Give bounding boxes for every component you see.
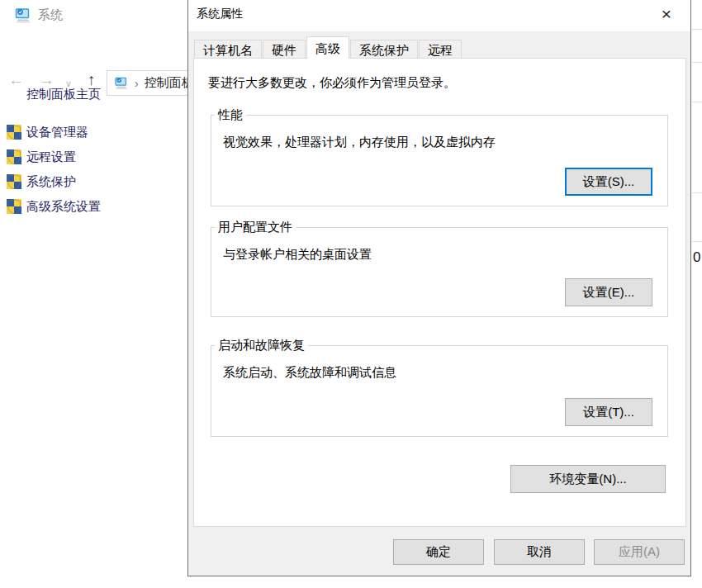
breadcrumb-separator-icon: ›: [135, 77, 139, 90]
user-profiles-description: 与登录帐户相关的桌面设置: [223, 247, 372, 263]
user-profiles-settings-button[interactable]: 设置(E)...: [565, 278, 652, 306]
ok-button[interactable]: 确定: [393, 539, 484, 565]
apply-button: 应用(A): [594, 539, 685, 565]
sidebar-item-label: 远程设置: [26, 149, 76, 165]
close-icon[interactable]: ×: [652, 2, 681, 26]
up-icon[interactable]: ↑: [88, 72, 96, 88]
computer-icon: [113, 75, 130, 92]
dialog-titlebar[interactable]: 系统属性 ×: [188, 0, 690, 31]
performance-settings-button[interactable]: 设置(S)...: [565, 168, 652, 196]
tab-strip: 计算机名 硬件 高级 系统保护 远程: [194, 36, 462, 59]
system-properties-dialog: 系统属性 × 计算机名 硬件 高级 系统保护 远程 要进行大多数更改，你必须作为…: [187, 0, 691, 576]
performance-group-title: 性能: [215, 107, 246, 123]
user-profiles-group-title: 用户配置文件: [215, 220, 296, 235]
address-bar[interactable]: › 控制面板: [107, 70, 197, 96]
tab-remote[interactable]: 远程: [419, 40, 462, 59]
admin-note: 要进行大多数更改，你必须作为管理员登录。: [208, 75, 456, 91]
advanced-tab-page: 要进行大多数更改，你必须作为管理员登录。 性能 视觉效果，处理器计划，内存使用，…: [193, 58, 686, 527]
uac-shield-icon: [7, 125, 21, 140]
startup-recovery-settings-button[interactable]: 设置(T)...: [565, 398, 652, 426]
tab-system-protection[interactable]: 系统保护: [350, 40, 418, 59]
sidebar-item-label: 设备管理器: [26, 125, 88, 140]
uac-shield-icon: [7, 174, 21, 189]
system-window-icon: [13, 6, 33, 26]
back-icon[interactable]: ←: [8, 72, 24, 88]
performance-group: 性能 视觉效果，处理器计划，内存使用，以及虚拟内存 设置(S)...: [211, 107, 668, 206]
sidebar-item-advanced-system-settings[interactable]: 高级系统设置: [7, 198, 180, 215]
sidebar-item-device-manager[interactable]: 设备管理器: [7, 124, 180, 140]
user-profiles-group: 用户配置文件 与登录帐户相关的桌面设置 设置(E)...: [211, 220, 668, 317]
tab-advanced[interactable]: 高级: [306, 36, 349, 59]
forward-icon[interactable]: →: [39, 72, 55, 88]
startup-recovery-group: 启动和故障恢复 系统启动、系统故障和调试信息 设置(T)...: [211, 338, 668, 437]
cancel-button[interactable]: 取消: [494, 539, 585, 565]
sidebar-item-remote-settings[interactable]: 远程设置: [7, 149, 180, 165]
environment-variables-button[interactable]: 环境变量(N)...: [510, 465, 666, 493]
clipped-background-text: 0: [693, 249, 700, 266]
tab-computer-name[interactable]: 计算机名: [194, 40, 262, 59]
startup-recovery-description: 系统启动、系统故障和调试信息: [223, 365, 396, 381]
sidebar-item-label: 高级系统设置: [26, 199, 101, 215]
performance-description: 视觉效果，处理器计划，内存使用，以及虚拟内存: [223, 135, 496, 150]
background-window-title: 系统: [38, 7, 63, 23]
dialog-title: 系统属性: [197, 7, 243, 21]
sidebar-item-control-panel-home[interactable]: 控制面板主页: [26, 87, 101, 102]
background-content-edge: 0: [692, 0, 702, 588]
sidebar-item-system-protection[interactable]: 系统保护: [7, 173, 180, 190]
tab-hardware[interactable]: 硬件: [263, 40, 306, 59]
startup-recovery-group-title: 启动和故障恢复: [215, 338, 308, 353]
uac-shield-icon: [7, 199, 21, 214]
sidebar-item-label: 系统保护: [26, 174, 76, 190]
breadcrumb[interactable]: 控制面板: [145, 75, 194, 91]
uac-shield-icon: [7, 149, 21, 164]
